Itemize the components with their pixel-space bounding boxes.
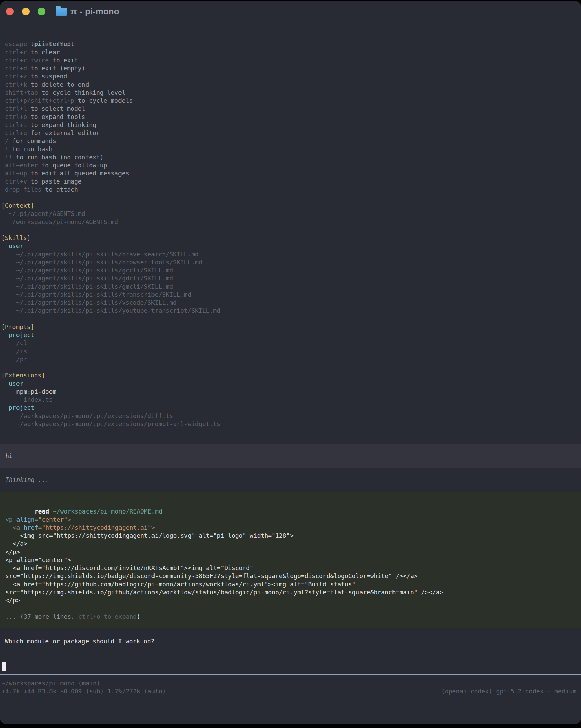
shortcut-desc: for commands	[9, 137, 56, 145]
section-row: index.ts	[0, 396, 581, 404]
shortcut-line: ctrl+c to clear	[5, 48, 581, 56]
section-context: [Context]~/.pi/agent/AGENTS.md~/workspac…	[0, 202, 581, 226]
shortcut-line: !! to run bash (no context)	[5, 153, 581, 161]
code-segment: >	[152, 524, 155, 531]
section-row: ~/.pi/agent/skills/pi-skills/gmcli/SKILL…	[0, 283, 581, 291]
shortcut-keys: /	[5, 137, 9, 145]
shortcut-desc: to paste image	[27, 178, 82, 185]
shortcut-desc: to exit	[49, 57, 78, 63]
shortcut-desc: to delete to end	[27, 81, 89, 88]
thinking-indicator: Thinking ...	[0, 476, 581, 484]
shortcut-line: / for commands	[5, 137, 581, 145]
tool-output: <p align="center"> <a href="https://shit…	[5, 516, 576, 604]
shortcut-desc: to interrupt	[27, 41, 74, 48]
titlebar: π - pi-mono	[0, 1, 581, 22]
shortcut-list: escape to interruptctrl+c to clearctrl+c…	[5, 40, 581, 193]
shortcut-line: ctrl+p/shift+ctrl+p to cycle models	[5, 97, 581, 105]
shortcut-keys: ctrl+o	[5, 113, 27, 120]
code-line: </p>	[5, 548, 576, 556]
tool-path: ~/workspaces/pi-mono/README.md	[53, 508, 162, 515]
expand-hint-segment: )	[137, 613, 140, 620]
section-row: /cl	[0, 339, 581, 347]
shortcut-desc: to expand thinking	[27, 121, 96, 128]
version-line: pi v0.49.3	[5, 32, 581, 40]
expand-hint-segment: ctrl+o to expand	[78, 613, 137, 620]
code-segment: >	[67, 516, 71, 523]
close-button[interactable]	[6, 8, 14, 16]
section-row: ~/workspaces/pi-mono/AGENTS.md	[0, 218, 581, 226]
shortcut-keys: ctrl+c	[5, 49, 27, 56]
code-line: <p align="center">	[5, 556, 576, 564]
shortcut-keys: escape	[5, 41, 27, 48]
zoom-button[interactable]	[38, 8, 46, 16]
tool-call-read: read ~/workspaces/pi-mono/README.md <p a…	[0, 492, 581, 628]
section-row: ~/.pi/agent/skills/pi-skills/youtube-tra…	[0, 307, 581, 315]
window-title: π - pi-mono	[70, 6, 120, 17]
code-line: <a href="https://github.com/badlogic/pi-…	[5, 580, 576, 588]
section-row: /pr	[0, 355, 581, 363]
shortcut-desc: to cycle thinking level	[38, 89, 126, 96]
shortcut-line: ctrl+l to select model	[5, 105, 581, 113]
shortcut-desc: to run bash (no context)	[12, 154, 104, 161]
shortcut-keys: ctrl+g	[5, 129, 27, 136]
shortcut-line: ctrl+z to suspend	[5, 72, 581, 80]
assistant-question: Which module or package should I work on…	[0, 638, 581, 646]
shortcut-line: ctrl+g for external editor	[5, 129, 581, 137]
startup-sections: [Context]~/.pi/agent/AGENTS.md~/workspac…	[0, 202, 581, 428]
minimize-button[interactable]	[22, 8, 30, 16]
section-row: ~/.pi/agent/skills/pi-skills/brave-searc…	[0, 250, 581, 258]
shortcut-keys: ctrl+d	[5, 64, 27, 72]
section-row: ~/workspaces/pi-mono/.pi/extensions/prom…	[0, 420, 581, 428]
shortcut-desc: to select model	[27, 105, 85, 112]
shortcut-desc: for external editor	[27, 129, 100, 136]
terminal-window: π - pi-mono pi v0.49.3 escape to interru…	[0, 1, 581, 724]
code-segment: =	[38, 524, 42, 531]
status-bar: ~/workspaces/pi-mono (main) ↑4.7k ↓44 R3…	[0, 679, 581, 695]
code-segment: align	[17, 516, 35, 523]
prompt-input[interactable]	[0, 658, 581, 675]
code-line: src="https://img.shields.io/github/actio…	[5, 588, 576, 596]
code-segment: </p>	[5, 597, 20, 604]
code-line: <a href="https://shittycodingagent.ai">	[5, 524, 576, 532]
shortcut-keys: ctrl+p/shift+ctrl+p	[5, 97, 74, 104]
section-title: [Context]	[0, 202, 581, 210]
tool-header: read ~/workspaces/pi-mono/README.md	[5, 499, 576, 508]
section-row: ~/.pi/agent/skills/pi-skills/gccli/SKILL…	[0, 266, 581, 275]
expand-hint: ... (37 more lines, ctrl+o to expand)	[5, 613, 576, 621]
section-title: [Skills]	[0, 234, 581, 242]
code-segment: src="https://img.shields.io/badge/discor…	[5, 572, 418, 579]
section-row: npm:pi-doom	[0, 388, 581, 396]
section-row: project	[0, 404, 581, 412]
code-line: <img src="https://shittycodingagent.ai/l…	[5, 532, 576, 540]
code-segment: <p align="center">	[5, 556, 71, 563]
section-row: ~/.pi/agent/skills/pi-skills/vscode/SKIL…	[0, 299, 581, 307]
section-row: project	[0, 331, 581, 339]
cwd-line: ~/workspaces/pi-mono (main)	[0, 679, 581, 687]
shortcut-keys: drop files	[5, 186, 42, 193]
code-segment: <a href="https://github.com/badlogic/pi-…	[5, 580, 355, 588]
code-segment: <a href="https://discord.com/invite/nKXT…	[5, 564, 254, 571]
shortcut-line: ! to run bash	[5, 145, 581, 153]
code-line: <p align="center">	[5, 516, 576, 524]
shortcut-line: ctrl+c twice to exit	[5, 56, 581, 64]
code-segment: </a>	[5, 540, 27, 547]
code-segment: src="https://img.shields.io/github/actio…	[5, 589, 443, 596]
section-prompts: [Prompts]project/cl/is/pr	[0, 323, 581, 363]
shortcut-desc: to exit (empty)	[27, 64, 85, 72]
section-row: ~/.pi/agent/skills/pi-skills/browser-too…	[0, 258, 581, 266]
shortcut-desc: to edit all queued messages	[27, 170, 129, 177]
code-segment: =	[35, 516, 38, 523]
section-title: [Prompts]	[0, 323, 581, 331]
code-segment: <a	[5, 524, 24, 531]
shortcut-line: alt+enter to queue follow-up	[5, 161, 581, 170]
shortcut-line: drop files to attach	[5, 185, 581, 193]
shortcut-desc: to run bash	[9, 146, 53, 153]
shortcut-desc: to queue follow-up	[38, 162, 107, 169]
code-segment: </p>	[5, 548, 20, 555]
user-message-text: hi	[5, 452, 13, 459]
section-row: /is	[0, 347, 581, 355]
section-skills: [Skills]user~/.pi/agent/skills/pi-skills…	[0, 234, 581, 315]
shortcut-desc: to cycle models	[74, 97, 133, 104]
shortcut-keys: !!	[5, 154, 12, 161]
code-segment: <p	[5, 516, 17, 523]
